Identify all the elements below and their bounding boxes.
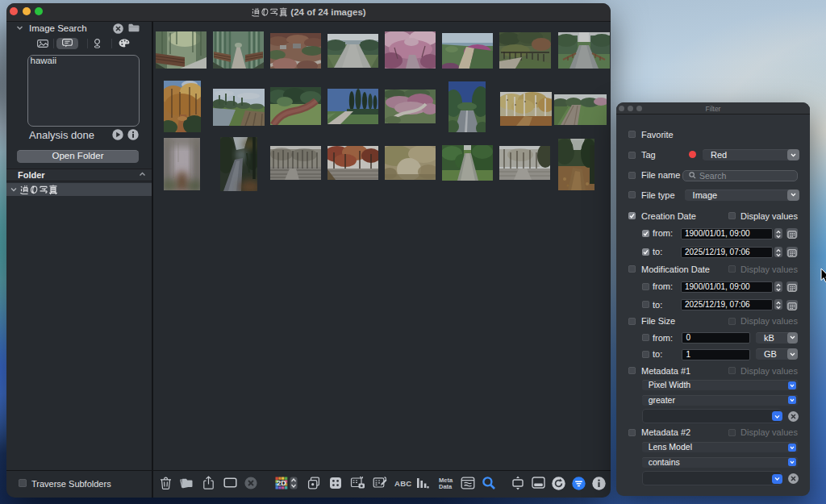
svg-text:2D: 2D: [277, 479, 286, 487]
